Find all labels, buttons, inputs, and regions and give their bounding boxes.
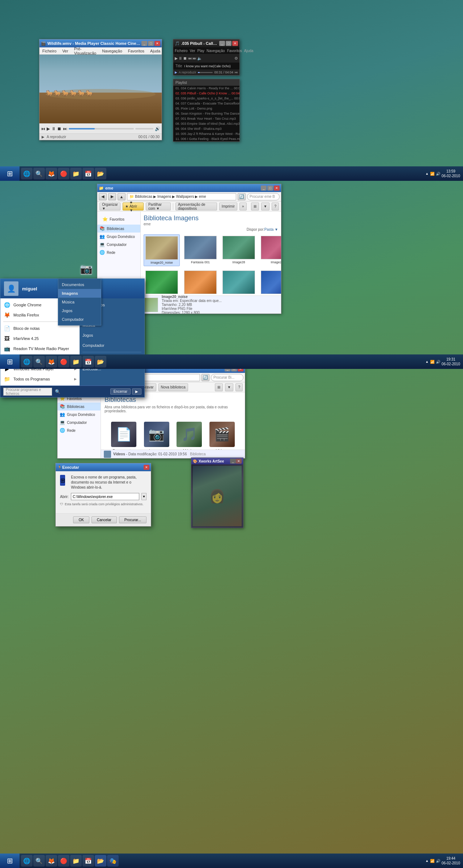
start-button-top[interactable]: ⊞ — [0, 166, 20, 181]
run-browse-button[interactable]: Procurar... — [119, 516, 146, 523]
explorer1-minimize-button[interactable]: _ — [261, 186, 267, 191]
shutdown-arrow-button[interactable]: ▶ — [132, 388, 141, 395]
tray-arrow-bottom[interactable]: ▲ — [425, 859, 429, 863]
mpc-prev-button[interactable]: ⏮ — [41, 126, 45, 131]
library-item-música[interactable]: 🎵 Música — [176, 422, 203, 450]
library-item-videos[interactable]: 🎬 Videos — [209, 422, 236, 450]
wmp2-prev-button[interactable]: ⏮ — [188, 56, 192, 60]
tray-arrow-mid[interactable]: ▲ — [425, 360, 429, 363]
wmp2-next-button[interactable]: ⏭ — [192, 56, 196, 60]
user-submenu-imagens[interactable]: Imagens — [58, 289, 101, 298]
wmp2-play-button[interactable]: ▶ — [175, 56, 178, 61]
playlist-item[interactable]: 08. 003 Empire State of Mind (feat. Alic… — [173, 121, 239, 126]
mpc-pause-button[interactable]: ⏸ — [51, 126, 56, 131]
thumbnail-img26[interactable]: Image26 — [144, 269, 180, 295]
run-ok-button[interactable]: OK — [73, 516, 89, 523]
tray-bot-volume-icon[interactable]: 🔊 — [436, 859, 440, 863]
sm-right-item-jogos[interactable]: Jogos — [80, 330, 144, 340]
taskbar-icon-5[interactable]: 📅 — [82, 168, 94, 179]
sm-pinned-item-readon-tv-movie-radio-player[interactable]: 📺 Readon TV Movie Radio Player — [0, 344, 80, 354]
explorer1-open-button[interactable]: ★ ★ Abrir ▼ — [123, 203, 144, 210]
wmp2-maximize-button[interactable]: □ — [226, 41, 232, 46]
explorer1-breadcrumb[interactable]: 📁 Bibliotecas ▶ Imagens ▶ Wallpapers ▶ e… — [127, 193, 236, 200]
wmp2-menu-favorites[interactable]: Favoritos — [227, 49, 242, 53]
taskbar-icon-3[interactable]: 🔴 — [58, 168, 69, 179]
explorer1-help-button[interactable]: ? — [272, 203, 279, 210]
mpc-menu-help[interactable]: Ajuda — [149, 49, 162, 53]
wmp2-mute-button[interactable]: 🔈 — [197, 56, 202, 61]
playlist-item[interactable]: 09. 004 She Wolf - Shakira.mp3 — [173, 126, 239, 131]
playlist-item[interactable]: 10. 005 Jay-Z ft Rihanna & Kanye West - … — [173, 131, 239, 136]
taskbar-mid-icon-3[interactable]: 🔴 — [58, 356, 69, 367]
shutdown-button[interactable]: Encerrar — [110, 388, 131, 395]
explorer1-view-dropdown[interactable]: ▼ — [261, 203, 270, 210]
sm-pinned-item-irfanview-4.25[interactable]: 🖼 IrfanView 4.25 — [0, 333, 80, 344]
tray-volume-icon[interactable]: 🔊 — [436, 172, 440, 176]
taskbar-mid-icon-5[interactable]: 📅 — [82, 356, 94, 367]
explorer2-newlib-button[interactable]: Nova biblioteca — [158, 383, 188, 391]
taskbar-bot-icon-4[interactable]: 📁 — [70, 855, 82, 867]
mpc-menu-play[interactable]: Pré-Visualização — [73, 47, 98, 55]
sidebar-item-rede[interactable]: 🌐 Rede — [97, 248, 140, 256]
mpc-play-button[interactable]: ▶ — [47, 126, 50, 131]
wmp2-stop-button[interactable]: ⏹ — [183, 56, 187, 60]
user-submenu-documentos[interactable]: Documentos — [58, 280, 101, 289]
thumbnail-img28[interactable]: Image28 — [221, 234, 256, 266]
taskbar-mid-icon-6[interactable]: 📂 — [95, 356, 106, 367]
explorer2-sidebar-grupo[interactable]: 👥 Grupo Doméstico — [58, 410, 101, 418]
explorer2-view-toggle[interactable]: ⊞ — [215, 383, 223, 391]
xworks-minimize-button[interactable]: _ — [230, 459, 236, 464]
explorer1-more-button[interactable]: » — [239, 203, 247, 210]
explorer1-print-button[interactable]: Imprimir — [219, 203, 237, 210]
taskbar-mid-icon-2[interactable]: 🦊 — [46, 356, 57, 367]
taskbar-icon-4[interactable]: 📁 — [70, 168, 82, 179]
thumbnail-img20[interactable]: Image20_noise — [144, 234, 180, 266]
sm-all-programs[interactable]: 📁Todos os Programas▶ — [0, 374, 80, 384]
playlist-item[interactable]: 02. 035 Pitbull - Calle Ocho (I Know ...… — [173, 91, 239, 96]
explorer2-sidebar-computador[interactable]: 💻 Computador — [58, 418, 101, 426]
user-submenu-jogos[interactable]: Jogos — [58, 306, 101, 315]
wmp2-settings-button[interactable]: ⚙ — [234, 56, 238, 61]
playlist-item[interactable]: 04. 037 Cascada - Evacuate The Dancefloo… — [173, 101, 239, 106]
start-menu-search[interactable]: Procurar programas e ficheiros — [3, 388, 52, 396]
taskbar-icon-2[interactable]: 🦊 — [46, 168, 57, 179]
taskbar-icon-0[interactable]: 🌐 — [21, 168, 33, 179]
explorer2-view-dropdown[interactable]: ▼ — [225, 383, 234, 391]
mpc-maximize-button[interactable]: □ — [148, 41, 154, 46]
desktop-icon-camera[interactable]: 📷 — [77, 260, 95, 278]
taskbar-mid-icon-4[interactable]: 📁 — [70, 356, 82, 367]
taskbar-icon-1[interactable]: 🔍 — [33, 168, 45, 179]
search-icon[interactable]: 🔍 — [55, 389, 60, 394]
user-submenu-musica[interactable]: Música — [58, 298, 101, 306]
tray-mid-volume-icon[interactable]: 🔊 — [436, 360, 440, 364]
taskbar-bot-icon-7[interactable]: 🎭 — [107, 855, 119, 867]
xworks-close-button[interactable]: ✕ — [236, 459, 242, 464]
wmp2-close-button[interactable]: ✕ — [232, 41, 238, 46]
run-cancel-button[interactable]: Cancelar — [92, 516, 117, 523]
run-close-button[interactable]: ✕ — [144, 465, 149, 470]
start-button-bottom[interactable]: ⊞ — [0, 854, 20, 868]
playlist-item[interactable]: 11. 006 I Gotta Feeling - Black Eyed Pea… — [173, 136, 239, 141]
explorer1-up-button[interactable]: ▲ — [118, 193, 126, 200]
mpc-menu-navigate[interactable]: Navegação — [101, 49, 124, 53]
explorer1-close-button[interactable]: ✕ — [274, 186, 280, 191]
mpc-volume-slider[interactable] — [135, 128, 153, 129]
wmp2-pause-button[interactable]: ⏸ — [178, 56, 182, 60]
explorer1-organize-button[interactable]: Organizar ▼ — [99, 203, 120, 210]
wmp2-menu-view[interactable]: Ver — [190, 49, 195, 53]
taskbar-bot-icon-0[interactable]: 🌐 — [21, 855, 33, 867]
mpc-menu-view[interactable]: Ver — [61, 49, 70, 53]
taskbar-mid-icon-0[interactable]: 🌐 — [21, 356, 33, 367]
wmp2-menu-help[interactable]: Ajuda — [244, 49, 254, 53]
run-open-input[interactable] — [71, 493, 139, 500]
wmp2-seekbar[interactable] — [198, 72, 213, 73]
sidebar-item-computador[interactable]: 💻 Computador — [97, 241, 140, 248]
explorer2-search[interactable]: Procurar Bi... — [211, 374, 243, 381]
thumbnail-azulex1[interactable]: Azulex — [259, 269, 281, 295]
tray-arrow-top[interactable]: ▲ — [425, 172, 429, 175]
thumbnail-azulshift[interactable]: Azulshift — [221, 269, 256, 295]
explorer1-refresh-button[interactable]: 🔄 — [238, 193, 246, 200]
explorer2-refresh-button[interactable]: 🔄 — [201, 374, 209, 381]
thumbnail-fantasia[interactable]: Fantasia 001 — [183, 234, 218, 266]
sidebar-item-grupo-domestico[interactable]: 👥 Grupo Doméstico — [97, 233, 140, 241]
